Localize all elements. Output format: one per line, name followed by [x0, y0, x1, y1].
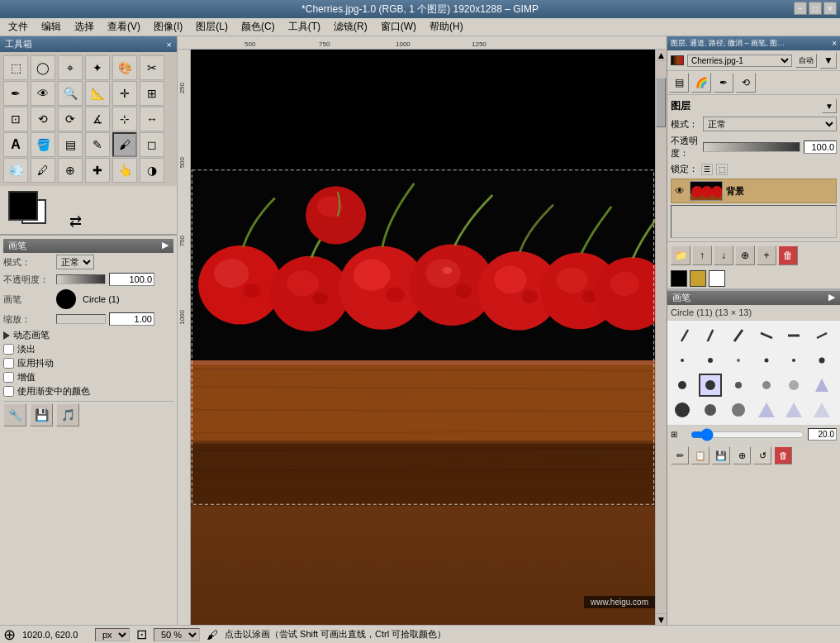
- menu-tools[interactable]: 工具(T): [283, 18, 325, 36]
- brush-tool-delete-icon[interactable]: 🗑: [774, 446, 792, 464]
- tool-measure[interactable]: 📐: [85, 81, 110, 106]
- scroll-down-button[interactable]: ▼: [656, 613, 667, 625]
- tool-preset-icon[interactable]: 🔧: [3, 403, 26, 426]
- layer-opacity-input[interactable]: [804, 141, 837, 154]
- tool-dodge[interactable]: ◑: [140, 158, 164, 183]
- vertical-scrollbar[interactable]: ▲ ▼: [655, 50, 667, 625]
- tool-delete-icon[interactable]: 🎵: [56, 403, 79, 426]
- tool-crop[interactable]: ⊡: [3, 107, 28, 131]
- brush-tool-save-icon[interactable]: 💾: [712, 446, 730, 464]
- tool-color-pick[interactable]: 👁: [31, 81, 55, 106]
- layer-visibility-eye[interactable]: 👁: [673, 184, 686, 198]
- menu-layer[interactable]: 图层(L): [191, 18, 233, 36]
- gap-slider[interactable]: [691, 431, 804, 439]
- brush-cell-12[interactable]: [810, 349, 833, 372]
- brush-cell-18[interactable]: [810, 374, 833, 397]
- brush-cell-22[interactable]: [755, 398, 778, 422]
- brush-cell-2[interactable]: [699, 324, 722, 347]
- scale-slider[interactable]: [56, 314, 106, 324]
- menu-view[interactable]: 查看(V): [102, 18, 145, 36]
- unit-select[interactable]: px: [95, 628, 130, 641]
- scroll-up-button[interactable]: ▲: [656, 50, 667, 61]
- brush-tool-new-icon[interactable]: 📋: [691, 446, 709, 464]
- brush-cell-17[interactable]: [782, 374, 805, 397]
- white-swatch[interactable]: [709, 270, 725, 287]
- brush-cell-4[interactable]: [755, 324, 778, 347]
- maximize-button[interactable]: □: [809, 2, 822, 15]
- canvas-viewport[interactable]: www.heigu.com: [191, 50, 655, 625]
- apply-jitter-checkbox[interactable]: [3, 358, 14, 369]
- menu-edit[interactable]: 编辑: [36, 18, 66, 36]
- undo-tab-icon[interactable]: ⟲: [736, 73, 756, 93]
- tool-rotate[interactable]: ⟲: [31, 107, 55, 131]
- brush-cell-20[interactable]: [699, 398, 722, 422]
- tool-select-color[interactable]: 🎨: [112, 55, 137, 80]
- tool-flip[interactable]: ↔: [140, 107, 164, 131]
- brush-cell-6[interactable]: [810, 324, 833, 347]
- tool-scale[interactable]: ⟳: [58, 107, 83, 131]
- brush-cell-24[interactable]: [810, 398, 833, 422]
- brushes-expand-icon[interactable]: ▶: [828, 292, 835, 304]
- brush-cell-8[interactable]: [699, 349, 722, 372]
- tool-pencil[interactable]: ✎: [85, 132, 110, 157]
- tool-ellipse-select[interactable]: ◯: [31, 55, 55, 80]
- use-color-checkbox[interactable]: [3, 386, 14, 397]
- orange-swatch[interactable]: [690, 270, 706, 287]
- menu-image[interactable]: 图像(I): [149, 18, 187, 36]
- menu-windows[interactable]: 窗口(W): [376, 18, 421, 36]
- right-panel-close-icon[interactable]: ×: [832, 39, 837, 48]
- brush-cell-13[interactable]: [671, 374, 694, 397]
- dynamic-brush-row[interactable]: 动态画笔: [3, 329, 173, 341]
- gap-value-input[interactable]: [808, 428, 837, 441]
- tool-free-select[interactable]: ⌖: [58, 55, 83, 80]
- black-swatch[interactable]: [671, 270, 687, 287]
- tool-gradient[interactable]: ▤: [58, 132, 83, 157]
- tool-save-icon[interactable]: 💾: [30, 403, 53, 426]
- brush-tool-refresh-icon[interactable]: ↺: [753, 446, 771, 464]
- scroll-v-thumb[interactable]: [656, 78, 666, 127]
- brush-cell-23[interactable]: [782, 398, 805, 422]
- paths-tab-icon[interactable]: ✒: [714, 73, 733, 93]
- layer-mode-select[interactable]: 正常: [703, 117, 837, 131]
- raise-layer-button[interactable]: ↑: [692, 245, 712, 265]
- tool-perspective[interactable]: ⊹: [112, 107, 137, 131]
- layer-item-background[interactable]: 👁 背景: [671, 179, 837, 203]
- brush-cell-21[interactable]: [727, 398, 750, 422]
- tool-zoom[interactable]: 🔍: [58, 81, 83, 106]
- menu-file[interactable]: 文件: [3, 18, 33, 36]
- menu-select[interactable]: 选择: [69, 18, 99, 36]
- tool-paintbrush[interactable]: 🖌: [112, 132, 137, 157]
- brush-cell-14-selected[interactable]: [699, 374, 722, 397]
- brush-tool-duplicate-icon[interactable]: ⊕: [733, 446, 751, 464]
- window-controls[interactable]: − □ ×: [794, 2, 837, 15]
- panel-menu-icon[interactable]: ▼: [820, 52, 837, 69]
- menu-filters[interactable]: 滤镜(R): [329, 18, 373, 36]
- channels-tab-icon[interactable]: 🌈: [691, 73, 711, 93]
- tool-text[interactable]: A: [3, 132, 28, 157]
- zoom-to-fit-icon[interactable]: ⊡: [136, 626, 147, 642]
- zoom-out-icon[interactable]: ⊕: [3, 626, 16, 644]
- mode-select[interactable]: 正常: [56, 255, 94, 269]
- brush-cell-10[interactable]: [755, 349, 778, 372]
- tool-fuzzy-select[interactable]: ✦: [85, 55, 110, 80]
- tool-shear[interactable]: ∡: [85, 107, 110, 131]
- zoom-select[interactable]: 50 %: [154, 628, 200, 641]
- tool-airbrush[interactable]: 💨: [3, 158, 28, 183]
- lower-layer-button[interactable]: ↓: [714, 245, 733, 265]
- tool-ink[interactable]: 🖊: [31, 158, 55, 183]
- swap-colors-icon[interactable]: ⇄: [69, 212, 82, 231]
- opacity-slider[interactable]: [56, 274, 106, 284]
- tool-paths[interactable]: ✒: [3, 81, 28, 106]
- brush-cell-11[interactable]: [782, 349, 805, 372]
- tool-bucket[interactable]: 🪣: [31, 132, 55, 157]
- fade-checkbox[interactable]: [3, 344, 14, 355]
- delete-layer-button[interactable]: 🗑: [778, 245, 798, 265]
- tool-clone[interactable]: ⊕: [58, 158, 83, 183]
- duplicate-layer-button[interactable]: ⊕: [735, 245, 755, 265]
- file-select[interactable]: Cherries.jpg-1: [687, 55, 792, 67]
- brush-cell-9[interactable]: [727, 349, 750, 372]
- brush-cell-19[interactable]: [671, 398, 694, 422]
- auto-button[interactable]: 自动: [795, 54, 817, 68]
- minimize-button[interactable]: −: [794, 2, 807, 15]
- new-layer-group-button[interactable]: 📁: [671, 245, 691, 265]
